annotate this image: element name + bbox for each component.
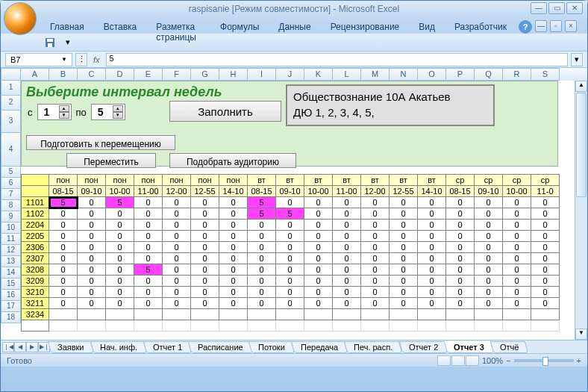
cell[interactable]: 0 <box>134 231 163 242</box>
name-box[interactable]: B7 ▼ <box>5 53 72 66</box>
cell[interactable]: 0 <box>390 253 418 264</box>
cell[interactable]: 0 <box>333 276 361 287</box>
cell[interactable]: 0 <box>219 276 248 287</box>
sheet-tab[interactable]: Отчё <box>490 341 529 353</box>
cell[interactable] <box>475 309 503 320</box>
cell[interactable]: 0 <box>333 298 361 309</box>
cell[interactable]: 0 <box>191 264 219 276</box>
cell[interactable]: 0 <box>503 208 531 220</box>
cell[interactable] <box>390 309 418 320</box>
cell[interactable]: 0 <box>390 197 418 208</box>
col-header[interactable]: F <box>163 68 191 81</box>
cell[interactable]: 0 <box>106 298 134 309</box>
view-layout-icon[interactable] <box>451 355 465 366</box>
row-header[interactable]: 18 <box>1 312 21 323</box>
cell[interactable]: 0 <box>475 208 503 220</box>
cell[interactable]: 0 <box>361 242 390 253</box>
cell[interactable]: 0 <box>163 231 191 242</box>
cell[interactable]: 0 <box>390 276 418 287</box>
cell[interactable]: 0 <box>361 264 390 276</box>
sheet-content[interactable]: Выберите интервал недель с 1 ▲▼ по 5 ▲▼ <box>21 81 587 367</box>
cell[interactable]: 0 <box>475 231 503 242</box>
cell[interactable]: 0 <box>503 253 531 264</box>
row-header[interactable]: 17 <box>1 301 21 312</box>
ribbon-close-button[interactable]: × <box>565 20 577 32</box>
cell[interactable]: 0 <box>304 298 333 309</box>
cell[interactable]: 0 <box>446 253 475 264</box>
cell[interactable]: 0 <box>418 242 446 253</box>
cell[interactable]: 0 <box>163 276 191 287</box>
cell[interactable]: 5 <box>276 208 304 220</box>
col-header[interactable]: R <box>503 68 531 81</box>
expand-formula-icon[interactable]: ⋮ <box>75 53 87 66</box>
help-button[interactable]: ? <box>519 20 532 34</box>
cell[interactable]: 0 <box>418 220 446 231</box>
select-all-corner[interactable] <box>1 68 21 81</box>
col-header[interactable]: E <box>134 68 163 81</box>
cell[interactable]: 0 <box>78 298 106 309</box>
cell[interactable]: 0 <box>418 264 446 276</box>
ribbon-tab-2[interactable]: Разметка страницы <box>148 20 208 34</box>
scroll-thumb[interactable] <box>576 93 587 197</box>
row-header[interactable]: 7 <box>1 189 21 200</box>
cell[interactable]: 0 <box>134 220 163 231</box>
namebox-dropdown-icon[interactable]: ▼ <box>61 56 67 63</box>
cell[interactable]: 0 <box>191 287 219 298</box>
cell[interactable]: 0 <box>390 220 418 231</box>
ribbon-tab-7[interactable]: Разработчик <box>447 20 514 34</box>
col-header[interactable]: L <box>333 68 361 81</box>
cell[interactable]: 0 <box>418 231 446 242</box>
cell[interactable]: 0 <box>361 276 390 287</box>
scroll-up-icon[interactable]: ▲ <box>575 81 587 92</box>
row-header[interactable]: 3 <box>1 111 21 133</box>
row-header[interactable]: 4 <box>1 133 21 167</box>
row-header[interactable]: 15 <box>1 279 21 290</box>
cell[interactable]: 0 <box>503 287 531 298</box>
cell[interactable]: 0 <box>134 208 163 220</box>
cell[interactable]: 0 <box>248 242 276 253</box>
col-header[interactable]: Q <box>475 68 503 81</box>
cell[interactable]: 0 <box>134 276 163 287</box>
cell[interactable]: 0 <box>531 242 560 253</box>
cell[interactable]: 0 <box>163 197 191 208</box>
cell[interactable]: 0 <box>446 197 475 208</box>
cell[interactable]: 0 <box>163 298 191 309</box>
cell[interactable]: 0 <box>503 242 531 253</box>
row-header[interactable]: 12 <box>1 245 21 256</box>
cell[interactable]: 0 <box>446 242 475 253</box>
cell[interactable]: 0 <box>219 197 248 208</box>
sheet-tab[interactable]: Расписание <box>188 341 253 353</box>
view-pagebreak-icon[interactable] <box>466 355 479 366</box>
cell[interactable] <box>191 309 219 320</box>
cell[interactable]: 0 <box>333 231 361 242</box>
cell[interactable]: 0 <box>219 264 248 276</box>
minimize-button[interactable]: — <box>531 2 547 14</box>
sheet-tab[interactable]: Потоки <box>248 341 295 353</box>
cell[interactable]: 0 <box>106 220 134 231</box>
cell[interactable]: 0 <box>361 287 390 298</box>
tab-nav-first-icon[interactable]: ❘◀ <box>2 342 14 352</box>
cell[interactable]: 0 <box>390 264 418 276</box>
cell[interactable]: 0 <box>333 242 361 253</box>
cell[interactable]: 0 <box>503 298 531 309</box>
col-header[interactable]: B <box>49 68 78 81</box>
row-header[interactable]: 13 <box>1 256 21 267</box>
cell[interactable]: 0 <box>475 220 503 231</box>
cell[interactable]: 0 <box>191 298 219 309</box>
ribbon-tab-0[interactable]: Главная <box>43 20 92 34</box>
qat-dropdown-icon[interactable]: ▾ <box>60 35 75 50</box>
sheet-tab[interactable]: Нач. инф. <box>90 341 146 353</box>
cell[interactable]: 0 <box>418 253 446 264</box>
cell[interactable]: 0 <box>531 208 560 220</box>
row-header[interactable]: 11 <box>1 234 21 245</box>
cell[interactable]: 0 <box>276 298 304 309</box>
cell[interactable]: 0 <box>503 220 531 231</box>
cell[interactable]: 0 <box>418 287 446 298</box>
col-header[interactable]: K <box>304 68 333 81</box>
row-header[interactable]: 2 <box>1 96 21 111</box>
cell[interactable] <box>531 309 560 320</box>
move-button[interactable]: Переместить <box>66 153 156 168</box>
cell[interactable]: 0 <box>248 220 276 231</box>
close-button[interactable]: ✕ <box>566 2 583 14</box>
zoom-out-icon[interactable]: − <box>506 356 510 365</box>
